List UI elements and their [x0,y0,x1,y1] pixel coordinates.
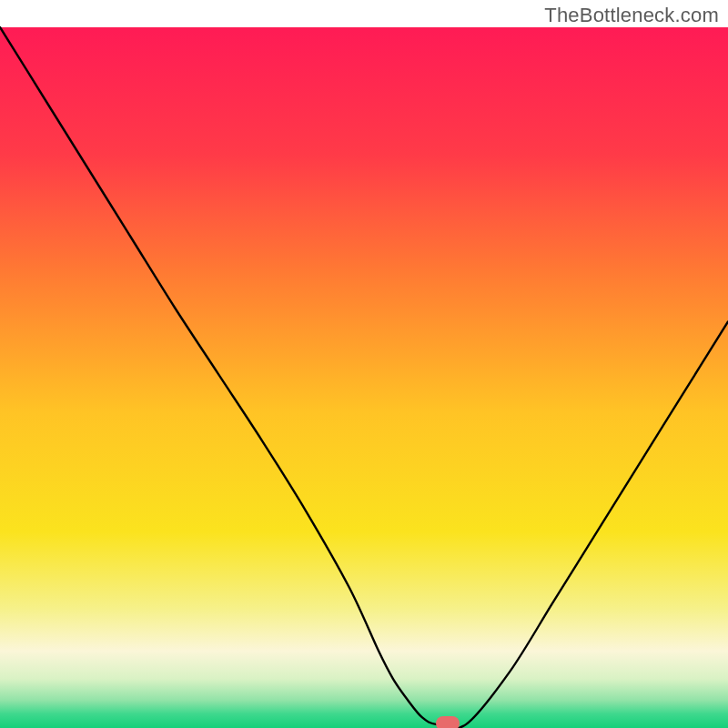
optimal-point-marker [436,716,460,728]
bottleneck-chart: TheBottleneck.com [0,0,728,728]
watermark-text: TheBottleneck.com [544,4,719,27]
chart-svg [0,0,728,728]
gradient-background [0,27,728,728]
